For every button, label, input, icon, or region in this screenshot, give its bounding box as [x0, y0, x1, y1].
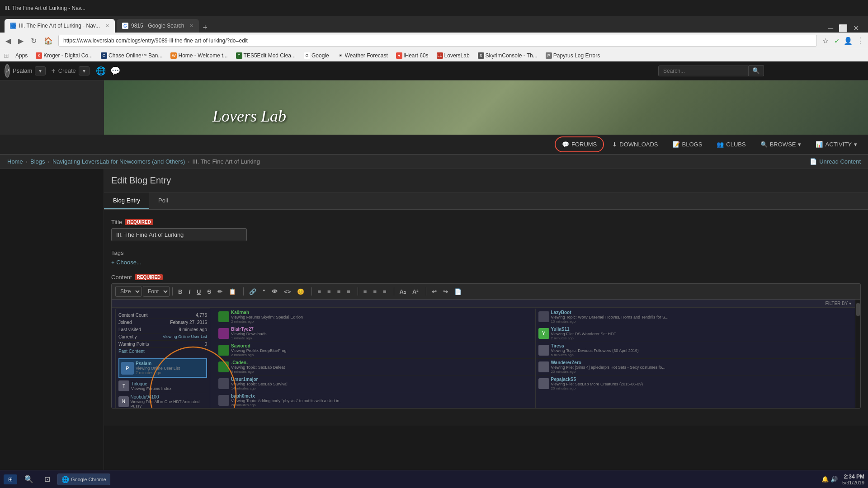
tiress-avatar [538, 345, 549, 356]
highlight-button[interactable]: ✏ [215, 287, 225, 296]
new-tab-button[interactable]: + [199, 23, 211, 33]
inactive-tab[interactable]: G 9815 - Google Search ✕ [117, 19, 199, 33]
font-select[interactable]: Font [143, 286, 170, 297]
tab-poll[interactable]: Poll [149, 192, 177, 209]
tab-close-2[interactable]: ✕ [189, 23, 193, 29]
papyrus-icon: P [546, 52, 552, 59]
bookmark-loverslab[interactable]: LL LoversLab [435, 52, 472, 60]
create-icon[interactable]: + [51, 67, 55, 75]
bookmark-button[interactable]: ☆ [821, 37, 830, 45]
activity-label: ACTIVITY [825, 141, 852, 148]
editor-scrollbar[interactable] [855, 300, 860, 408]
tab-blog-entry[interactable]: Blog Entry [104, 192, 149, 209]
title-label-text: Title [111, 219, 122, 225]
reload-button[interactable]: ↻ [29, 37, 38, 45]
bookmark-chase[interactable]: C Chase Online™ Ban... [99, 52, 164, 60]
nav-item-forums[interactable]: 💬 FORUMS [555, 136, 604, 152]
clipboard-button[interactable]: 📋 [226, 287, 239, 296]
size-select[interactable]: Size [115, 286, 142, 297]
list-ordered-button[interactable]: ≡ [325, 287, 334, 296]
undo-button[interactable]: ↩ [429, 287, 439, 296]
subscript-button[interactable]: A₂ [397, 287, 409, 296]
add-tag-button[interactable]: + Choose... [111, 259, 142, 266]
search-input[interactable] [658, 66, 749, 76]
user-dropdown-button[interactable]: ▾ [35, 66, 46, 75]
create-label[interactable]: Create [58, 67, 76, 74]
align-center-button[interactable]: ≡ [370, 287, 379, 296]
align-right-button[interactable]: ≡ [380, 287, 389, 296]
psalam-avatar: P [121, 362, 134, 375]
nav-item-clubs[interactable]: 👥 CLUBS [710, 137, 752, 151]
scrollbar-thumb[interactable] [856, 303, 860, 316]
taskbar-chrome[interactable]: 🌐 Google Chrome [57, 474, 110, 485]
breadcrumb-nav[interactable]: Navigating LoversLab for Newcomers (and … [52, 158, 185, 165]
editor-content-area[interactable]: FILTER BY ▾ Content Count 4,775 [112, 300, 860, 408]
source-button[interactable]: 📄 [452, 287, 464, 296]
wanderer-action: Viewing File: [Sims 4] eplederp's Hot Se… [551, 365, 665, 370]
bookmark-apps[interactable]: Apps [14, 52, 29, 60]
top-nav-left: P Psalam ▾ + Create ▾ 🌐 💬 [5, 64, 108, 78]
bookmark-weather[interactable]: ☀ Weather Forecast [335, 52, 390, 60]
home-button[interactable]: 🏠 [42, 37, 55, 45]
spoiler-button[interactable]: 👁 [269, 287, 280, 296]
bookmark-kroger[interactable]: K Kroger - Digital Co... [34, 52, 94, 60]
strikethrough-button[interactable]: S [204, 287, 214, 296]
breadcrumb-blogs[interactable]: Blogs [30, 158, 45, 165]
back-button[interactable]: ◀ [4, 37, 13, 45]
extensions-icon[interactable]: ⋮ [856, 36, 864, 46]
nav-item-activity[interactable]: 📊 ACTIVITY ▾ [809, 137, 863, 151]
address-input[interactable] [58, 35, 817, 47]
lazyboot-avatar [538, 311, 549, 322]
search-taskbar-button[interactable]: 🔍 [21, 473, 37, 485]
redo-button[interactable]: ↪ [440, 287, 451, 296]
bookmark-google[interactable]: G Google [302, 52, 331, 60]
breadcrumb-sep-2: › [48, 158, 50, 165]
bookmark-papyrus[interactable]: P Papyrus Log Errors [544, 52, 602, 60]
list-unordered-button[interactable]: ≡ [315, 287, 324, 296]
task-view-button[interactable]: ⊡ [41, 473, 54, 485]
code-button[interactable]: <> [281, 287, 293, 296]
apps-icon[interactable]: ⊞ [4, 52, 9, 59]
close-button[interactable]: ✕ [853, 24, 859, 33]
search-button[interactable]: 🔍 [749, 65, 764, 76]
nav-item-blogs[interactable]: 📝 BLOGS [666, 137, 709, 151]
forward-button[interactable]: ▶ [16, 37, 25, 45]
main-nav: 💬 FORUMS ⬇ DOWNLOADS 📝 BLOGS 👥 CLUBS 🔍 [0, 135, 868, 155]
bookmark-tes5edit[interactable]: T TES5Edit Mod Clea... [234, 52, 297, 60]
bold-button[interactable]: B [175, 287, 185, 296]
chat-icon[interactable]: 💬 [110, 66, 120, 76]
start-button[interactable]: ⊞ [4, 474, 17, 484]
link-button[interactable]: 🔗 [246, 287, 259, 296]
minimize-button[interactable]: ─ [828, 24, 833, 33]
unread-content-link[interactable]: 📄 Unread Content [810, 158, 861, 165]
bookmark-home[interactable]: W Home - Welcome t... [169, 52, 229, 60]
user-row-ursur: Ursur1major Viewing Topic: SexLab Surviv… [216, 375, 535, 392]
indent-button[interactable]: ≡ [335, 287, 344, 296]
outdent-button[interactable]: ≡ [344, 287, 353, 296]
emoji-button[interactable]: 😊 [294, 287, 307, 296]
bookmark-skyrim[interactable]: S SkyrimConsole - Th... [476, 52, 539, 60]
maximize-button[interactable]: ⬜ [839, 24, 848, 33]
active-tab[interactable]: 🔵 III. The Fine Art of Lurking - Nav... … [5, 19, 115, 33]
user-row-tiress: Tiress Viewing Topic: Devious Followers … [536, 342, 855, 359]
quote-button[interactable]: " [260, 287, 268, 296]
underline-button[interactable]: U [194, 287, 203, 296]
past-content-label[interactable]: Past Content [118, 349, 145, 354]
nav-item-downloads[interactable]: ⬇ DOWNLOADS [606, 137, 664, 151]
italic-button[interactable]: I [186, 287, 193, 296]
home-bookmark-icon: W [170, 52, 177, 59]
title-input[interactable] [111, 228, 247, 241]
globe-icon[interactable]: 🌐 [96, 66, 106, 76]
nav-item-browse[interactable]: 🔍 BROWSE ▾ [754, 137, 808, 151]
create-dropdown-button[interactable]: ▾ [79, 66, 90, 75]
form-area: Title REQUIRED Tags + Choose... Content [104, 210, 868, 426]
superscript-button[interactable]: A² [410, 287, 421, 296]
breadcrumb-home[interactable]: Home [7, 158, 23, 165]
top-nav: P Psalam ▾ + Create ▾ 🌐 💬 🔍 [0, 61, 868, 80]
tab-label-2: 9815 - Google Search [131, 23, 184, 29]
tab-close-1[interactable]: ✕ [105, 23, 109, 29]
bookmark-iheart[interactable]: ♥ iHeart 60s [394, 52, 430, 60]
tags-label: Tags [111, 249, 861, 256]
chase-icon: C [101, 52, 107, 59]
align-left-button[interactable]: ≡ [361, 287, 370, 296]
